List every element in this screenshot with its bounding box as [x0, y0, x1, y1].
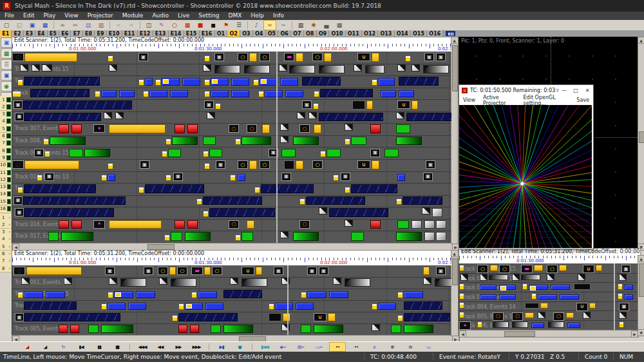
circle-icon[interactable]: ○: [169, 21, 180, 30]
timeline-event-ym[interactable]: [254, 187, 260, 193]
timeline-event-N[interactable]: [30, 89, 90, 98]
timeline-event-ym[interactable]: [314, 91, 319, 97]
dmx-icon[interactable]: ✱: [308, 21, 319, 30]
track-select-9[interactable]: 9: [0, 154, 11, 162]
monitor-icon[interactable]: ▣: [1, 70, 12, 81]
menu-file[interactable]: File: [0, 12, 19, 20]
timeline-event-G[interactable]: [512, 321, 528, 328]
timeline-event-Gf[interactable]: [423, 65, 449, 74]
bottom-track-select-2[interactable]: 2‹: [0, 221, 11, 229]
timeline-bottom-vscrollbar[interactable]: ▲: [451, 250, 459, 336]
timeline-event-F[interactable]: [159, 278, 167, 285]
timeline-event-Co[interactable]: ○: [512, 312, 523, 321]
timeline-event-F[interactable]: [64, 278, 72, 285]
timeline-event-ym[interactable]: [95, 91, 100, 97]
timeline-event-B[interactable]: [329, 291, 348, 298]
timeline-event-ym[interactable]: [164, 234, 170, 241]
timeline-top-vscrollbar[interactable]: ▲: [451, 37, 459, 244]
timeline-event-GR[interactable]: [293, 137, 319, 146]
timeline-event-Y[interactable]: [566, 312, 574, 319]
timeline-event-Y[interactable]: [328, 313, 336, 321]
timeline-event-C[interactable]: ○: [547, 265, 558, 273]
timeline-event-F[interactable]: [412, 64, 420, 71]
timeline-event-Y[interactable]: [109, 124, 166, 133]
frame-list-icon[interactable]: ▦: [182, 21, 193, 30]
timeline-event-F[interactable]: [280, 124, 289, 131]
timeline-event-W[interactable]: [412, 220, 422, 229]
scroll-up-icon[interactable]: ▲: [638, 37, 644, 44]
timeline-event-GR[interactable]: [242, 137, 271, 146]
tab-E4[interactable]: E4: [35, 30, 47, 37]
timeline-event-I[interactable]: ▣: [14, 196, 23, 205]
timeline-event-GR[interactable]: [223, 325, 253, 333]
timeline-event-F[interactable]: [333, 278, 341, 285]
fit-button[interactable]: ▭: [421, 343, 436, 351]
grid-icon[interactable]: ▦: [334, 21, 345, 30]
bottom-track-select-3[interactable]: 3‹: [0, 229, 11, 236]
wave-b-icon[interactable]: ≈: [126, 21, 137, 30]
timeline-event-N[interactable]: [261, 184, 314, 193]
timeline-event-ym[interactable]: [101, 303, 107, 310]
timeline-event-I[interactable]: ▣: [15, 313, 24, 321]
timeline-event-GR[interactable]: [101, 325, 133, 333]
display-blue-icon[interactable]: ▣: [1, 37, 12, 48]
timeline-event-Gr2[interactable]: [301, 325, 311, 333]
track-select-15[interactable]: 15: [0, 198, 11, 205]
timeline-event-Gr2[interactable]: [351, 137, 366, 146]
timeline-event-Y[interactable]: [412, 100, 418, 110]
timeline-event-R[interactable]: [71, 220, 82, 229]
save-as-icon[interactable]: ▦: [39, 21, 51, 30]
timeline-event-ym[interactable]: [230, 175, 236, 181]
menu-dmx[interactable]: DMX: [224, 12, 247, 20]
tab-O12[interactable]: O12: [362, 30, 378, 37]
bottom-track-select-1[interactable]: 1‹: [0, 214, 11, 222]
timeline-event-F[interactable]: [279, 64, 287, 71]
timeline-event-C[interactable]: ○: [238, 160, 248, 169]
fit-view-icon[interactable]: ◫: [143, 21, 155, 30]
timeline-event-Gr2[interactable]: [48, 232, 59, 241]
timeline-event-N[interactable]: [209, 208, 275, 217]
track-select-5[interactable]: 5: [0, 125, 11, 133]
timeline-event-GR[interactable]: [396, 137, 422, 146]
timeline-event-Gf[interactable]: [319, 65, 345, 74]
menu-audio[interactable]: Audio: [147, 12, 173, 20]
timeline-event-Y[interactable]: [525, 312, 534, 319]
tab-O3[interactable]: O3: [240, 30, 253, 37]
timeline-event-ym[interactable]: [204, 55, 210, 62]
tab-O7[interactable]: O7: [291, 30, 304, 37]
timeline-event-B[interactable]: [538, 294, 557, 300]
timeline-event-N[interactable]: [402, 196, 442, 205]
timeline-event-F[interactable]: [319, 207, 327, 214]
minimize-icon[interactable]: —: [558, 88, 570, 93]
timeline-event-W[interactable]: [424, 232, 435, 241]
timeline-event-ym[interactable]: [43, 138, 49, 145]
track-row[interactable]: Track 016, Events 11✶○○: [12, 219, 451, 232]
timeline-event-ym[interactable]: [204, 79, 210, 86]
marker-in-button[interactable]: ◢: [19, 343, 35, 351]
track-row[interactable]: Track 005, Events 15: [12, 323, 451, 335]
timeline-event-ym[interactable]: [619, 321, 624, 328]
timeline-right-vscrollbar[interactable]: ▲ ▼: [638, 255, 644, 336]
timeline-event-B[interactable]: [265, 90, 283, 98]
scroll-thumb[interactable]: [639, 131, 644, 143]
track-select-13[interactable]: 13: [0, 184, 11, 191]
preview-menu-view[interactable]: View: [459, 97, 479, 103]
timeline-event-ym[interactable]: [143, 91, 149, 97]
tab-end-button[interactable]: EO: [446, 31, 455, 36]
timeline-event-B[interactable]: [238, 174, 245, 182]
timeline-event-ym[interactable]: [372, 79, 377, 86]
tab-E5[interactable]: E5: [48, 30, 59, 37]
timeline-event-ym[interactable]: [372, 303, 377, 310]
tab-E2[interactable]: E2: [12, 30, 23, 37]
timeline-event-GR[interactable]: [50, 137, 86, 146]
timeline-event-Y[interactable]: [366, 100, 373, 110]
track-row[interactable]: Track 003, Events 15: [459, 292, 638, 302]
track-row[interactable]: Track 000, Events 15○○▬○∪▣: [459, 263, 638, 274]
timeline-event-GR[interactable]: [185, 232, 211, 241]
tab-O1[interactable]: O1: [215, 30, 228, 37]
import-button[interactable]: ±: [366, 343, 382, 351]
tab-O14[interactable]: O14: [395, 30, 411, 37]
timeline-event-R[interactable]: [175, 220, 185, 229]
timeline-event-B[interactable]: [149, 90, 167, 98]
preview-vscrollbar[interactable]: ▲ ▼: [638, 37, 644, 251]
